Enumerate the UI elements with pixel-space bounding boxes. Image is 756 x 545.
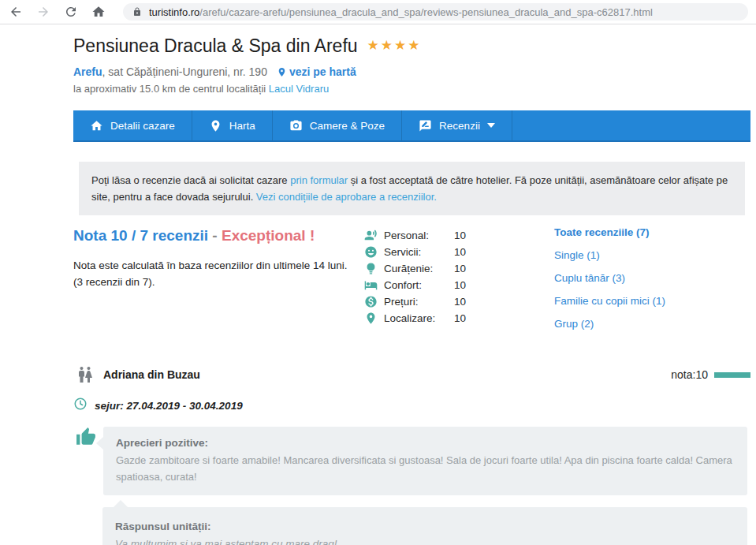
score-value: 10 [695,368,708,381]
positive-text: Gazde zambitoare si foarte amabile! Manc… [116,452,735,485]
score-label: nota: [671,368,695,381]
reload-icon [64,5,78,19]
category-value: 10 [454,296,466,308]
score-heading: Nota 10 / 7 recenzii - Excepțional ! [73,226,363,245]
filter-all-reviews[interactable]: Toate recenziile (7) [554,227,750,237]
home-icon [90,119,103,133]
review-icon [419,119,432,133]
tab-detalii-cazare[interactable]: Detalii cazare [73,110,192,140]
forward-icon [36,5,50,19]
map-pin-icon [209,119,222,133]
lake-link[interactable]: Lacul Vidraru [269,83,329,95]
tab-harta[interactable]: Harta [192,110,273,140]
bed-icon [363,278,378,292]
map-pin-icon [277,66,287,78]
filter-family-small-children[interactable]: Familie cu copii mici (1) [554,296,750,306]
map-pin-icon [363,312,378,325]
category-value: 10 [454,312,466,324]
back-button[interactable] [8,4,24,20]
nav-tabs: Detalii cazare Harta Camere & Poze Recen… [73,110,750,142]
person-voice-icon [363,229,378,242]
bubble-notch-up [114,500,128,507]
response-text: Va multumim si va mai asteptam cu mare d… [115,536,735,545]
review-score: nota: 10 [671,368,750,381]
positive-review-box: Aprecieri pozitive: Gazde zambitoare si … [103,427,747,495]
filter-young-couple[interactable]: Cuplu tânăr (3) [554,273,750,283]
lock-icon [132,7,142,17]
dollar-icon [363,295,378,308]
url-text: turistinfo.ro/arefu/cazare-arefu/pensiun… [149,6,653,18]
bubble-notch [96,437,103,450]
category-row: Personal: 10 [363,227,546,244]
clock-icon [73,397,88,414]
browser-toolbar: turistinfo.ro/arefu/cazare-arefu/pensiun… [0,0,756,24]
verdict-label: Excepțional ! [222,227,315,244]
stay-period: sejur: 27.04.2019 - 30.04.2019 [73,397,750,414]
category-value: 10 [454,246,466,258]
back-icon [9,5,23,19]
category-row: Confort: 10 [363,277,546,293]
category-row: Prețuri: 10 [363,293,546,310]
map-link[interactable]: vezi pe hartă [289,65,356,78]
score-note: Nota este calculată în baza recenziilor … [73,258,351,290]
positive-title: Aprecieri pozitive: [116,435,735,451]
conditions-link[interactable]: Vezi condițiile de aprobare a recenziilo… [256,191,437,203]
location-line: Arefu , sat Căpățineni-Ungureni, nr. 190… [73,65,750,78]
category-value: 10 [454,263,466,274]
lightbulb-icon [363,262,378,275]
location-detail: , sat Căpățineni-Ungureni, nr. 190 [102,65,267,78]
chevron-down-icon [487,123,495,128]
review-card: Adriana din Buzau nota: 10 sejur: 27.04.… [73,365,750,545]
address-bar[interactable]: turistinfo.ro/arefu/cazare-arefu/pensiun… [123,3,748,21]
category-row: Localizare: 10 [363,310,546,327]
home-icon [91,5,106,19]
people-icon [76,365,96,384]
review-filters: Toate recenziile (7) Single (1) Cuplu tâ… [546,226,750,342]
reload-button[interactable] [63,4,79,20]
camera-icon [289,119,303,133]
location-link[interactable]: Arefu [73,65,102,78]
category-value: 10 [454,230,466,241]
rating-summary: Nota 10 / 7 recenzii - Excepțional ! Not… [73,226,750,342]
thumbs-up-icon [76,427,97,448]
smiley-icon [363,245,378,259]
tab-recenzii[interactable]: Recenzii [402,110,512,140]
response-title: Răspunsul unității: [115,519,735,535]
home-button[interactable] [91,4,106,20]
unit-response-box: Răspunsul unității: Va multumim si va ma… [102,507,747,545]
notice-box: Poți lăsa o recenzie dacă ai solicitat c… [79,162,745,215]
filter-group[interactable]: Grup (2) [554,319,750,329]
tab-camere-poze[interactable]: Camere & Poze [273,110,402,140]
star-rating: ★★★★ [367,37,422,54]
distance-line: la aproximativ 15.0 km de centrul locali… [73,83,750,95]
forward-button[interactable] [35,4,51,20]
page-title: Pensiunea Dracula & Spa din Arefu [73,35,358,57]
form-link[interactable]: prin formular [290,174,348,186]
category-scores: Personal: 10 Servicii: 10 Curățenie: 10 … [363,226,546,342]
category-row: Curățenie: 10 [363,260,546,277]
filter-single[interactable]: Single (1) [554,250,750,260]
category-value: 10 [454,279,466,291]
category-row: Servicii: 10 [363,244,546,260]
reviewer-name: Adriana din Buzau [103,368,200,381]
score-bar [714,372,750,378]
